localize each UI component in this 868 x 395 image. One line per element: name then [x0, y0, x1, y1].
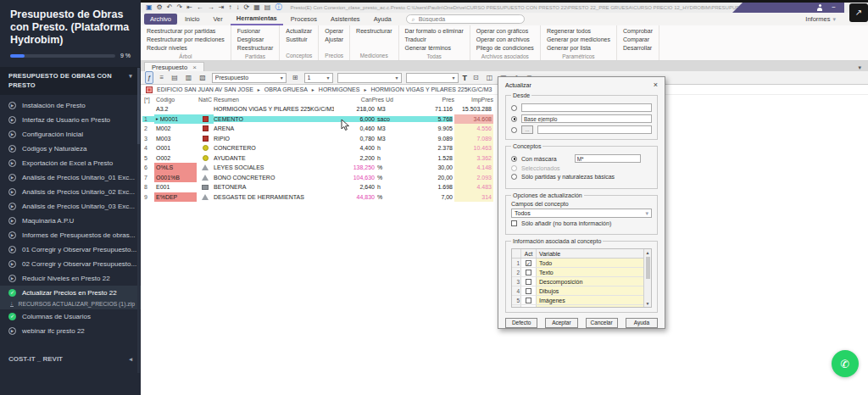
- table-row[interactable]: 5O002AYUDANTE2,200h1.5283.362: [142, 153, 495, 164]
- expander-icon[interactable]: ▸: [156, 116, 159, 121]
- ribbon-cmd[interactable]: Reducir niveles: [147, 44, 225, 53]
- lesson-item[interactable]: ✓Actualizar Precios en Presto 22: [0, 286, 141, 300]
- info-grid-row[interactable]: 4Dibujos: [512, 287, 651, 296]
- mask-field[interactable]: [575, 154, 641, 163]
- search-box[interactable]: ⌕: [406, 14, 525, 24]
- checkbox-texto[interactable]: [526, 270, 531, 275]
- browse-button[interactable]: ...: [521, 125, 533, 134]
- move-up-icon[interactable]: ↑: [229, 3, 232, 13]
- checkbox-todo[interactable]: ✓: [526, 260, 531, 266]
- ribbon-cmd[interactable]: Operar: [325, 27, 343, 36]
- view-combo[interactable]: Presupuesto ▾: [212, 73, 287, 83]
- desde-field-2[interactable]: [521, 114, 652, 123]
- table-row[interactable]: 7O001%BBONO CONCRETERO104,630%20,002.093: [142, 173, 495, 183]
- lesson-item[interactable]: ▶Interfaz de Usuario en Presto: [0, 113, 141, 127]
- lesson-item[interactable]: ▶Informes de Presupuestos de obras...: [0, 228, 141, 242]
- lesson-item[interactable]: ▶02 Corregir y Observar Presupuesto...: [0, 257, 141, 271]
- lesson-item[interactable]: ▶Análisis de Precios Unitario_01 Exc...: [0, 170, 141, 185]
- sidebar-section-header[interactable]: PRESUPUESTO DE OBRAS CON PRESTO ▾: [0, 67, 141, 95]
- ayuda-button[interactable]: Ayuda: [626, 318, 658, 328]
- desde-field-1[interactable]: [521, 103, 652, 112]
- radio-seleccionados[interactable]: [511, 165, 517, 171]
- minimize-button[interactable]: −: [832, 3, 836, 13]
- filter-combo-1[interactable]: ▾: [337, 73, 402, 83]
- level-combo[interactable]: 1 ▾: [304, 73, 333, 83]
- window-icon[interactable]: ⊡: [471, 72, 481, 83]
- refresh-icon[interactable]: ⟳: [244, 3, 250, 13]
- chevron-down-icon[interactable]: ▾: [858, 64, 861, 71]
- corner-header[interactable]: [*]: [142, 97, 154, 103]
- menu-ayuda[interactable]: Ayuda: [368, 14, 398, 25]
- expand-overlay-button[interactable]: ↗: [849, 3, 868, 22]
- col-header-natc[interactable]: NatC: [197, 95, 214, 104]
- lesson-item[interactable]: ▶Maquinaria A.P.U: [0, 214, 141, 228]
- tab-presupuesto[interactable]: Presupuesto ×: [144, 62, 204, 71]
- info-grid-scrollbar[interactable]: ▲ ▼: [643, 249, 651, 307]
- nav-first-icon[interactable]: ⇤: [186, 3, 192, 13]
- lesson-item[interactable]: ▶Análisis de Precios Unitario_03 Exc...: [0, 199, 141, 214]
- menu-procesos[interactable]: Procesos: [285, 14, 323, 25]
- desde-field-3[interactable]: [537, 125, 652, 134]
- text-tool-button[interactable]: T: [463, 74, 468, 82]
- menu-asistentes[interactable]: Asistentes: [325, 14, 366, 25]
- campos-select[interactable]: Todos ▾: [511, 209, 652, 218]
- ribbon-cmd[interactable]: Operar con archivos: [476, 36, 534, 44]
- table-row[interactable]: 2M002ARENA0,460M39.9054.556: [142, 124, 495, 134]
- ribbon-cmd[interactable]: Fusionar: [237, 27, 273, 36]
- checkbox-imágenes[interactable]: [526, 298, 531, 303]
- scroll-down-icon[interactable]: ▼: [646, 300, 650, 307]
- ribbon-cmd[interactable]: Sustituir: [286, 36, 312, 44]
- link-icon[interactable]: ⊞: [291, 72, 300, 83]
- close-icon[interactable]: ×: [654, 81, 658, 89]
- ribbon-cmd[interactable]: Operar con gráficos: [476, 27, 534, 36]
- ribbon-cmd[interactable]: Actualizar: [286, 27, 312, 36]
- filter-combo-2[interactable]: ▾: [406, 73, 459, 83]
- breadcrumb-segment[interactable]: EDIFICIO SAN JUAN AV SAN JOSE: [157, 86, 253, 92]
- close-icon[interactable]: ×: [192, 64, 197, 71]
- col-header-act[interactable]: Act: [521, 249, 537, 258]
- col-header-imppres[interactable]: ImpPres: [456, 95, 495, 104]
- move-down-icon[interactable]: ↓: [236, 3, 240, 13]
- ribbon-cmd[interactable]: Desglosar: [237, 36, 273, 44]
- split-icon[interactable]: ◫: [485, 72, 495, 83]
- info-grid-row[interactable]: 2Texto: [512, 268, 651, 277]
- settings-icon[interactable]: ⚙: [157, 3, 163, 13]
- info-grid-row[interactable]: 3Descomposición: [512, 277, 651, 287]
- menu-inicio[interactable]: Inicio: [179, 14, 206, 25]
- scrollbar-thumb[interactable]: [646, 257, 650, 279]
- radio-solo-partidas[interactable]: [511, 174, 517, 180]
- whatsapp-button[interactable]: ✆: [832, 350, 859, 377]
- dialog-titlebar[interactable]: Actualizar ×: [505, 81, 658, 89]
- report-icon[interactable]: ▤: [264, 3, 271, 13]
- scrollbar-thumb[interactable]: [137, 68, 140, 144]
- undo-icon[interactable]: ↶: [167, 3, 173, 13]
- lesson-item[interactable]: ▶webinar ifc presto 22: [0, 324, 141, 338]
- col-header-resumen[interactable]: Resumen: [214, 97, 334, 103]
- col-header-canpres[interactable]: CanPres Ud: [334, 97, 393, 103]
- checkbox-solo-anadir[interactable]: [511, 220, 517, 226]
- ribbon-cmd[interactable]: Pliego de condiciones: [476, 44, 534, 53]
- table-row[interactable]: 1▸M0001CEMENTO6,000saco5.76834.608: [142, 114, 495, 125]
- checkbox-descomposición[interactable]: [526, 279, 531, 285]
- radio-desde-1[interactable]: [511, 105, 517, 111]
- ribbon-cmd[interactable]: Traducir: [405, 36, 464, 44]
- nav-prev-icon[interactable]: ←: [197, 3, 203, 13]
- col-header-codigo[interactable]: Código: [154, 95, 197, 104]
- search-input[interactable]: [419, 16, 504, 22]
- columns-icon[interactable]: ▥: [184, 72, 194, 83]
- ribbon-cmd[interactable]: Generar términos: [405, 44, 464, 53]
- grid-icon[interactable]: ▦: [253, 3, 260, 13]
- lesson-item[interactable]: ▶01 Corregir y Observar Presupuesto...: [0, 242, 141, 257]
- cancelar-button[interactable]: Cancelar: [586, 318, 618, 328]
- lesson-item[interactable]: ▶Códigos y Naturaleza: [0, 142, 141, 156]
- breadcrumb-segment[interactable]: OBRA GRUESA: [264, 86, 308, 92]
- menu-archivo[interactable]: Archivo: [144, 14, 177, 25]
- ribbon-cmd[interactable]: Reestructurar: [356, 27, 392, 36]
- info-grid-row[interactable]: 5Imágenes: [512, 296, 651, 305]
- lesson-item[interactable]: ▶Configuración Inicial: [0, 127, 141, 142]
- ribbon-cmd[interactable]: Regenerar todos: [547, 27, 610, 36]
- folder-icon[interactable]: ▧: [198, 72, 208, 83]
- lesson-item[interactable]: ▶Instalación de Presto: [0, 98, 141, 113]
- lesson-item[interactable]: ▶Reducir Niveles en Presto 22: [0, 271, 141, 286]
- radio-con-mascara[interactable]: [511, 156, 517, 162]
